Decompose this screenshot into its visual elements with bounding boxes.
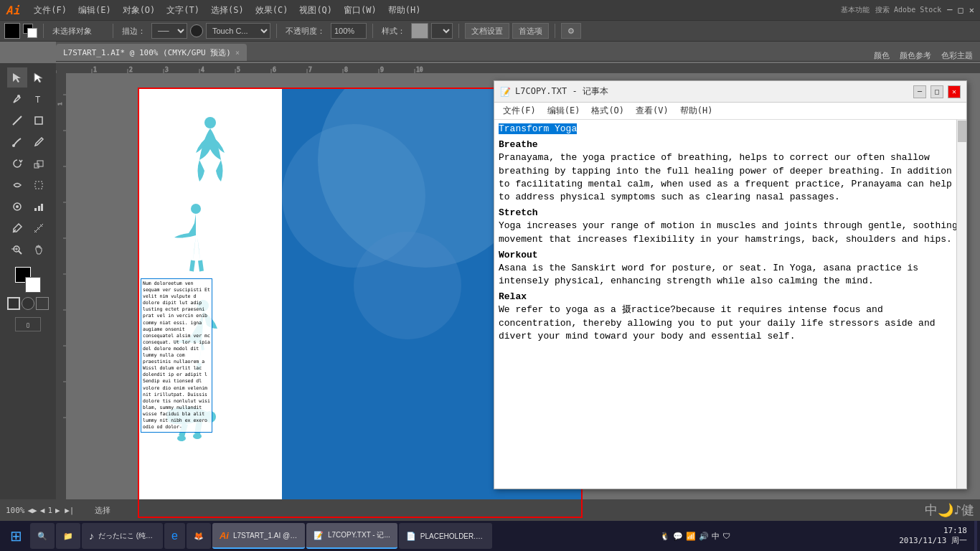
- brush-tool[interactable]: [7, 132, 27, 152]
- taskbar-explorer-btn[interactable]: 📁: [56, 523, 80, 549]
- notepad-menu-view[interactable]: 查看(V): [630, 105, 674, 117]
- section-breathe: Breathe Pranayama, the yoga practice of …: [499, 138, 962, 204]
- draw-mode[interactable]: ▯: [15, 317, 41, 331]
- hand-tool[interactable]: [29, 240, 49, 260]
- taskbar-music-btn[interactable]: ♪ だったにこ (纯音...: [82, 523, 163, 549]
- svg-line-53: [19, 251, 22, 254]
- breathe-title: Breathe: [499, 138, 962, 151]
- tool-row-5: [7, 154, 49, 174]
- basic-function-label[interactable]: 基本功能: [841, 5, 870, 15]
- notepad-menu-format[interactable]: 格式(O): [585, 105, 630, 117]
- select-tool[interactable]: [7, 67, 27, 88]
- menu-edit[interactable]: 编辑(E): [72, 0, 117, 20]
- taskbar-illustrator-btn[interactable]: Ai L7START_1.AI @ ...: [212, 523, 305, 549]
- brush-select[interactable]: Touch C...: [206, 23, 270, 39]
- windows-logo-icon: ⊞: [10, 527, 22, 545]
- menu-window[interactable]: 窗口(W): [338, 0, 382, 20]
- taskbar-search-btn[interactable]: 🔍: [30, 523, 55, 549]
- tool-row-7: [7, 197, 49, 217]
- tray-ime-label[interactable]: 中: [712, 531, 720, 542]
- sep-3: [276, 24, 277, 38]
- warp-tool[interactable]: [7, 175, 27, 195]
- none-mode[interactable]: [36, 297, 49, 310]
- doc-tab-close[interactable]: ×: [235, 49, 240, 57]
- rotate-tool[interactable]: [7, 154, 27, 174]
- tool-row-2: T: [7, 89, 49, 109]
- search-icon: 🔍: [37, 532, 47, 541]
- taskbar-clock[interactable]: 17:18 2013/11/13 周一: [899, 526, 973, 546]
- eyedropper-tool[interactable]: [7, 218, 27, 238]
- menu-effect[interactable]: 效果(C): [250, 0, 294, 20]
- line-tool[interactable]: [7, 110, 27, 131]
- notepad-minimize-btn[interactable]: ─: [913, 85, 926, 98]
- menu-select[interactable]: 选择(S): [205, 0, 250, 20]
- tray-antivirus-icon[interactable]: 🛡: [722, 532, 730, 541]
- doc-settings-btn[interactable]: 文档设置: [465, 23, 509, 39]
- shape-tool[interactable]: [29, 110, 49, 131]
- search-stock-label[interactable]: 搜索 Adobe Stock: [875, 5, 941, 15]
- tool-row-4: [7, 132, 49, 152]
- style-select[interactable]: ▾: [431, 23, 453, 39]
- breathe-body: Pranayama, the yoga practice of breathin…: [499, 151, 962, 204]
- panel-color-ref-tab[interactable]: 颜色参考: [895, 50, 936, 61]
- tray-wechat-icon[interactable]: 💬: [673, 532, 683, 541]
- notepad-scrollbar[interactable]: [956, 120, 966, 489]
- maximize-icon[interactable]: □: [958, 5, 963, 15]
- menu-object[interactable]: 对象(O): [117, 0, 161, 20]
- type-tool[interactable]: T: [29, 89, 49, 109]
- normal-mode[interactable]: [7, 297, 20, 310]
- toolbox: T: [0, 63, 56, 529]
- scale-tool[interactable]: [29, 154, 49, 174]
- show-desktop-btn[interactable]: [974, 521, 977, 551]
- menu-view[interactable]: 视图(Q): [293, 0, 338, 20]
- graph-tool[interactable]: [29, 197, 49, 217]
- stroke-label: 描边：: [119, 22, 149, 39]
- zoom-tool[interactable]: [7, 240, 27, 260]
- tray-volume-icon[interactable]: 🔊: [699, 532, 709, 541]
- section-workout: Workout Asana is the Sanskirt word for p…: [499, 249, 962, 288]
- pencil-tool[interactable]: [29, 132, 49, 152]
- opacity-input[interactable]: 100%: [331, 23, 367, 39]
- panel-color-tab[interactable]: 颜色: [870, 50, 894, 61]
- notepad1-label: L7COPY.TXT - 记...: [328, 530, 390, 540]
- color-boxes[interactable]: [15, 267, 41, 293]
- symbol-tool[interactable]: [7, 197, 27, 217]
- color-swap[interactable]: [23, 24, 37, 38]
- brush-color[interactable]: [190, 24, 203, 37]
- style-label: 样式：: [379, 22, 408, 39]
- menu-help[interactable]: 帮助(H): [382, 0, 427, 20]
- notepad-close-btn[interactable]: ✕: [948, 85, 961, 98]
- svg-rect-41: [35, 182, 42, 189]
- minimize-icon[interactable]: ─: [947, 5, 952, 15]
- notepad-maximize-btn[interactable]: □: [930, 85, 943, 98]
- notepad-menu-edit[interactable]: 编辑(E): [542, 105, 586, 117]
- gradient-mode[interactable]: [22, 297, 34, 310]
- direct-select-tool[interactable]: [29, 67, 49, 88]
- taskbar-notepad2-btn[interactable]: 📄 PLACEHOLDER.TX...: [399, 523, 492, 549]
- doc-tab-active[interactable]: L7START_1.AI* @ 100% (CMYK/GPU 预选) ×: [56, 44, 247, 61]
- taskbar-browser-btn[interactable]: e: [164, 523, 185, 549]
- notepad-content[interactable]: Transform Yoga Breathe Pranayama, the yo…: [494, 120, 966, 489]
- notepad-menu-file[interactable]: 文件(F): [497, 105, 542, 117]
- measure-tool[interactable]: [29, 218, 49, 238]
- tray-network-icon[interactable]: 📶: [686, 532, 696, 541]
- pen-tool[interactable]: [7, 89, 27, 109]
- stroke-color-box[interactable]: [4, 23, 20, 39]
- start-button[interactable]: ⊞: [3, 523, 29, 549]
- close-icon[interactable]: ✕: [969, 5, 974, 15]
- style-swatch[interactable]: [411, 23, 428, 39]
- preferences-btn[interactable]: 首选项: [512, 23, 549, 39]
- free-transform-tool[interactable]: [29, 175, 49, 195]
- scrollbar-thumb[interactable]: [958, 121, 966, 142]
- stroke-select[interactable]: ──: [151, 23, 187, 39]
- extras-btn[interactable]: ⚙: [561, 23, 581, 39]
- notepad-menu-help[interactable]: 帮助(H): [674, 105, 719, 117]
- svg-text:8: 8: [344, 67, 348, 73]
- menu-file[interactable]: 文件(F): [28, 0, 72, 20]
- menu-text[interactable]: 文字(T): [161, 0, 205, 20]
- taskbar-firefox-btn[interactable]: 🦊: [187, 523, 211, 549]
- panel-color-theme-tab[interactable]: 色彩主题: [937, 50, 977, 61]
- deco-circle-3: [354, 232, 461, 339]
- tray-qq-icon[interactable]: 🐧: [660, 532, 670, 541]
- taskbar-notepad1-btn[interactable]: 📝 L7COPY.TXT - 记...: [306, 523, 397, 549]
